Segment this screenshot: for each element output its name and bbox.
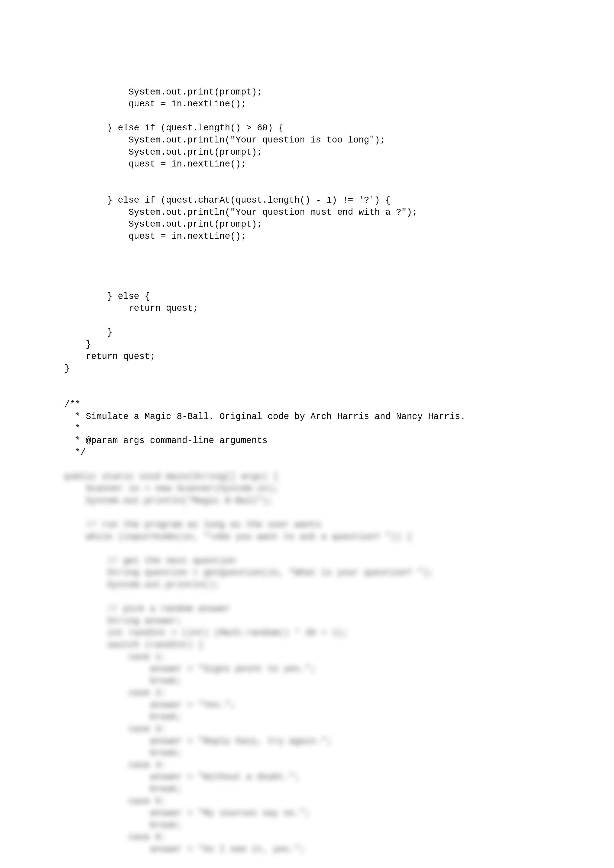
code-line: } [64, 363, 70, 374]
blurred-line: case 3: [64, 724, 166, 734]
code-line: } [64, 339, 91, 350]
code-line: System.out.print(prompt); [64, 219, 262, 229]
blurred-line: // get the next question [64, 556, 235, 566]
blurred-line: case 4: [64, 760, 166, 770]
blurred-line: case 1: [64, 652, 166, 662]
code-line: System.out.println("Your question must e… [64, 207, 417, 217]
code-line: return quest; [64, 303, 198, 313]
blurred-line: answer = "Reply hazy, try again."; [64, 736, 332, 746]
code-line: System.out.print(prompt); [64, 147, 262, 157]
blurred-line: int randInt = (int) (Math.random() * 20 … [64, 628, 348, 638]
blurred-line: break; [64, 784, 182, 794]
code-line: quest = in.nextLine(); [64, 231, 246, 242]
blurred-line: answer = "As I see it, yes."; [64, 844, 305, 854]
blurred-line: // run the program as long as the user w… [64, 520, 321, 530]
blurred-line: while (inputYesNo(in, "\nDo you want to … [64, 532, 412, 542]
blurred-line: answer = "Signs point to yes."; [64, 664, 316, 674]
code-line: * [64, 423, 81, 434]
code-line: System.out.println("Your question is too… [64, 135, 385, 145]
code-line: } else if (quest.length() > 60) { [64, 123, 284, 133]
code-block-clear: System.out.print(prompt); quest = in.nex… [64, 74, 550, 459]
blurred-line: break; [64, 748, 182, 758]
code-line: System.out.print(prompt); [64, 87, 262, 97]
blurred-line: case 6: [64, 832, 166, 842]
code-line: * Simulate a Magic 8-Ball. Original code… [64, 412, 465, 422]
code-line: * @param args command-line arguments [64, 436, 267, 446]
blurred-line: case 2: [64, 688, 166, 698]
code-line: } else { [64, 291, 150, 302]
code-line: return quest; [64, 352, 155, 362]
code-line: } [64, 327, 112, 337]
blurred-line: String question = getQuestion(in, "What … [64, 568, 434, 578]
code-line: } else if (quest.charAt(quest.length() -… [64, 195, 391, 205]
code-line: /** [64, 400, 81, 410]
code-line: quest = in.nextLine(); [64, 159, 246, 169]
blurred-line: break; [64, 676, 182, 686]
blurred-line: case 5: [64, 796, 166, 806]
code-line: */ [64, 448, 85, 457]
blurred-line: switch (randInt) { [64, 640, 204, 650]
blurred-line: // pick a random answer [64, 604, 230, 614]
blurred-line: break; [64, 712, 182, 722]
code-block-blurred: public static void main(String[] args) {… [64, 459, 550, 856]
blurred-line: Scanner in = new Scanner(System.in); [64, 484, 278, 494]
blurred-line: answer = "My sources say no."; [64, 808, 311, 818]
blurred-line: System.out.println(); [64, 580, 219, 590]
blurred-line: String answer; [64, 616, 182, 626]
blurred-line: public static void main(String[] args) { [64, 472, 278, 482]
blurred-line: answer = "Yes."; [64, 700, 235, 710]
blurred-line: System.out.println("Magic 8-Ball"); [64, 496, 273, 506]
blurred-line: answer = "Without a doubt."; [64, 772, 300, 782]
blurred-line: break; [64, 820, 182, 831]
code-line: quest = in.nextLine(); [64, 99, 246, 109]
